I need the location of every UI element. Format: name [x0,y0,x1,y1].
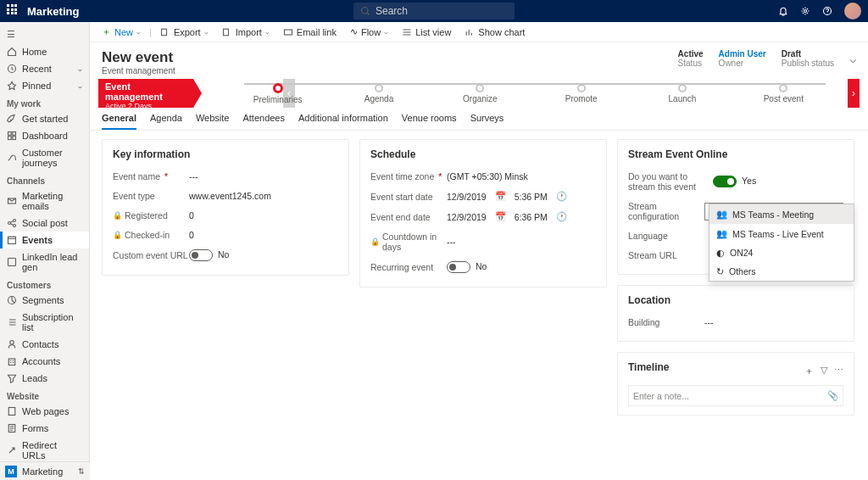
status-owner[interactable]: Admin UserOwner [719,49,766,68]
add-icon[interactable]: ＋ [804,365,814,377]
field-event-type[interactable]: Event typewww.event1245.com [113,187,338,206]
tab-website[interactable]: Website [196,108,230,130]
filter-icon[interactable]: ▽ [821,365,827,377]
page-header: New event Event management ActiveStatus … [90,42,868,79]
tab-general[interactable]: General [102,108,136,130]
location-card: Location Building--- [617,285,854,342]
cmd-new[interactable]: ＋New⌵ [97,24,146,40]
nav-home[interactable]: Home [0,43,89,60]
command-bar: ＋New⌵ | Export⌵ Import⌵ Email link ∿Flow… [90,22,868,42]
nav-leads[interactable]: Leads [0,370,89,387]
field-recurring[interactable]: Recurring eventNo [370,257,596,278]
page-subtitle: Event management [102,66,175,75]
linkedin-icon [7,257,17,267]
tab-row: General Agenda Website Attendees Additio… [90,108,868,131]
field-timezone[interactable]: Event time zone*(GMT +05:30) Minsk [370,167,596,187]
cmd-export[interactable]: Export⌵ [155,25,214,39]
dd-opt-teams-meeting[interactable]: 👥MS Teams - Meeting [709,204,854,224]
schedule-card: Schedule Event time zone*(GMT +05:30) Mi… [359,139,607,287]
calendar-icon[interactable]: 📅 [495,211,506,222]
nav-pinned[interactable]: Pinned⌵ [0,77,89,94]
rocket-icon [7,114,17,124]
process-flag[interactable]: Event management Active 2 Days [98,79,193,108]
stage-next-button[interactable]: › [848,79,860,108]
gear-icon[interactable] [800,6,810,16]
nav-linkedin-lead-gen[interactable]: LinkedIn lead gen [0,248,89,276]
stage-agenda[interactable]: Agenda [328,84,429,103]
share-icon [7,218,17,228]
stage-preliminaries[interactable]: Preliminaries [227,83,328,104]
svg-point-1 [804,10,807,13]
timeline-card: Timeline ＋ ▽ ⋯ Enter a note... 📎 [617,352,854,416]
dd-opt-others[interactable]: ↻Others [709,262,854,281]
cmd-list-view[interactable]: List view [397,25,456,39]
stage-promote[interactable]: Promote [531,84,632,103]
nav-contacts[interactable]: Contacts [0,336,89,353]
help-icon[interactable] [822,6,832,16]
nav-marketing-emails[interactable]: Marketing emails [0,187,89,215]
timeline-note-input[interactable]: Enter a note... 📎 [628,385,843,406]
stage-launch[interactable]: Launch [632,84,732,103]
tab-venue-rooms[interactable]: Venue rooms [402,108,457,130]
toggle-custom-url[interactable] [189,249,213,261]
stream-title: Stream Event Online [628,148,843,160]
dd-opt-on24[interactable]: ◐ON24 [709,243,854,262]
app-launcher-icon[interactable] [7,4,20,18]
clock-icon[interactable]: 🕐 [556,211,567,222]
calendar-icon[interactable]: 📅 [495,191,506,202]
svg-point-0 [362,8,369,14]
nav-customer-journeys[interactable]: Customer journeys [0,144,89,171]
stream-config-dropdown: 👥MS Teams - Meeting 👥MS Teams - Live Eve… [709,204,854,282]
global-search[interactable]: Search [353,3,515,20]
field-start-date[interactable]: Event start date12/9/2019📅5:36 PM🕐 [370,187,596,207]
nav-redirect-urls[interactable]: Redirect URLs [0,437,89,461]
hamburger-icon[interactable]: ☰ [0,25,89,43]
user-avatar[interactable] [844,3,861,20]
search-placeholder: Search [376,5,408,17]
field-building[interactable]: Building--- [628,313,843,332]
nav-social-post[interactable]: Social post [0,215,89,232]
nav-recent[interactable]: Recent⌵ [0,60,89,77]
nav-web-pages[interactable]: Web pages [0,403,89,420]
area-switcher[interactable]: M Marketing ⇅ [0,461,90,480]
field-end-date[interactable]: Event end date12/9/2019📅6:36 PM🕐 [370,207,596,227]
bell-icon[interactable] [778,6,788,16]
teams-icon: 👥 [716,228,727,239]
expand-header-icon[interactable]: ⌵ [849,52,856,65]
attachment-icon[interactable]: 📎 [827,390,838,401]
stage-post-event[interactable]: Post event [733,84,834,103]
nav-events[interactable]: Events [0,232,89,248]
cmd-import[interactable]: Import⌵ [217,25,275,39]
toggle-stream[interactable] [713,176,737,187]
svg-rect-6 [8,137,12,140]
nav-subscription-list[interactable]: Subscription list [0,309,89,336]
nav-get-started[interactable]: Get started [0,110,89,127]
stage-organize[interactable]: Organize [430,84,531,103]
list-icon [7,317,17,327]
clock-icon[interactable]: 🕐 [556,191,567,202]
tab-agenda[interactable]: Agenda [150,108,182,130]
cmd-show-chart[interactable]: Show chart [459,25,530,39]
tab-surveys[interactable]: Surveys [470,108,504,130]
cmd-flow[interactable]: ∿Flow⌵ [345,25,393,39]
svg-rect-22 [284,30,292,35]
field-stream-want[interactable]: Do you want to stream this eventYes [628,167,843,197]
field-checked-in: 🔒Checked-in0 [113,226,338,245]
tab-attendees[interactable]: Attendees [242,108,285,130]
nav-segments[interactable]: Segments [0,292,89,309]
svg-rect-5 [13,132,16,136]
svg-rect-17 [8,408,15,416]
toggle-recurring[interactable] [447,261,470,273]
tab-additional-info[interactable]: Additional information [298,108,388,130]
more-icon[interactable]: ⋯ [834,365,843,377]
dd-opt-teams-live[interactable]: 👥MS Teams - Live Event [709,224,854,243]
nav-forms[interactable]: Forms [0,420,89,437]
field-custom-event-url[interactable]: Custom event URLNo [113,245,338,266]
field-event-name[interactable]: Event name*--- [113,167,338,187]
dashboard-icon [7,131,17,141]
page-title: New event [102,49,175,66]
nav-dashboard[interactable]: Dashboard [0,127,89,144]
nav-accounts[interactable]: Accounts [0,353,89,370]
cmd-email-link[interactable]: Email link [278,25,342,39]
leads-icon [7,373,17,383]
